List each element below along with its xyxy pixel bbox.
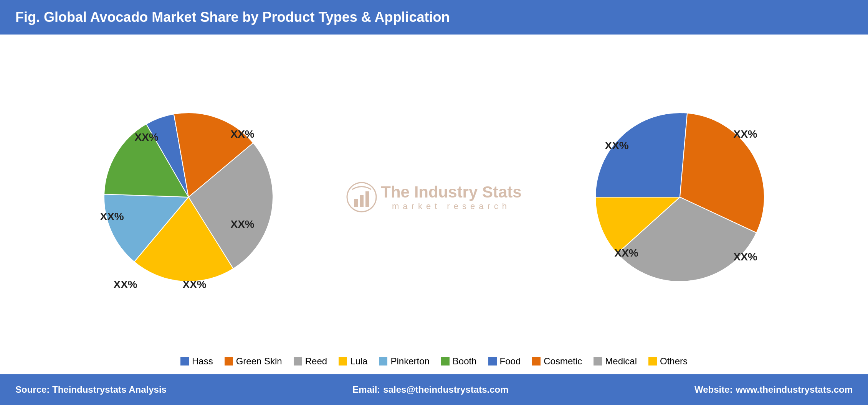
- legend-swatch: [339, 357, 347, 365]
- legend-swatch: [648, 357, 657, 365]
- legend-label: Pinkerton: [390, 356, 429, 367]
- pie-label: XX%: [734, 251, 757, 263]
- legend-swatch: [379, 357, 387, 365]
- watermark-sub: market research: [381, 201, 521, 211]
- pie-label: XX%: [734, 128, 757, 140]
- pie-label: XX%: [231, 218, 255, 230]
- legend: HassGreen SkinReedLulaPinkertonBoothFood…: [15, 352, 853, 370]
- pie-label: XX%: [100, 211, 124, 223]
- legend-item: Others: [648, 356, 688, 367]
- legend-item: Hass: [180, 356, 213, 367]
- footer: Source: Theindustrystats Analysis Email:…: [0, 374, 868, 405]
- svg-rect-1: [354, 199, 358, 207]
- pie-label: XX%: [605, 140, 629, 152]
- watermark-brand: The Industry Stats: [381, 183, 521, 201]
- svg-point-0: [347, 183, 376, 212]
- legend-label: Reed: [305, 356, 327, 367]
- legend-item: Cosmetic: [532, 356, 582, 367]
- legend-label: Green Skin: [236, 356, 282, 367]
- legend-label: Lula: [350, 356, 367, 367]
- legend-item: Booth: [441, 356, 477, 367]
- legend-label: Others: [660, 356, 688, 367]
- legend-label: Booth: [453, 356, 477, 367]
- header: Fig. Global Avocado Market Share by Prod…: [0, 0, 868, 35]
- legend-swatch: [594, 357, 602, 365]
- legend-label: Cosmetic: [544, 356, 582, 367]
- legend-item: Food: [488, 356, 521, 367]
- legend-item: Reed: [294, 356, 327, 367]
- pie-label: XX%: [135, 131, 159, 143]
- footer-email: Email: sales@theindustrystats.com: [352, 384, 508, 395]
- legend-swatch: [180, 357, 189, 365]
- left-chart: XX%XX%XX%XX%XX%XX%: [89, 97, 288, 297]
- right-pie-labels: XX%XX%XX%XX%: [580, 97, 780, 297]
- legend-swatch: [225, 357, 233, 365]
- pie-label: XX%: [183, 278, 207, 291]
- legend-item: Green Skin: [225, 356, 282, 367]
- legend-label: Medical: [605, 356, 637, 367]
- svg-rect-3: [365, 191, 369, 207]
- legend-item: Medical: [594, 356, 637, 367]
- left-pie-labels: XX%XX%XX%XX%XX%XX%: [89, 97, 288, 297]
- footer-source: Source: Theindustrystats Analysis: [15, 384, 167, 395]
- legend-item: Pinkerton: [379, 356, 429, 367]
- legend-swatch: [441, 357, 450, 365]
- svg-rect-2: [360, 195, 364, 207]
- footer-website: Website: www.theindustrystats.com: [694, 384, 853, 395]
- pie-label: XX%: [231, 128, 255, 140]
- header-title: Fig. Global Avocado Market Share by Prod…: [15, 9, 450, 25]
- pie-label: XX%: [615, 247, 638, 259]
- legend-item: Lula: [339, 356, 367, 367]
- legend-swatch: [294, 357, 302, 365]
- legend-swatch: [488, 357, 497, 365]
- legend-label: Food: [500, 356, 521, 367]
- watermark-logo-icon: [346, 182, 377, 212]
- right-chart: XX%XX%XX%XX%: [580, 97, 780, 297]
- pie-label: XX%: [114, 278, 137, 291]
- legend-label: Hass: [192, 356, 213, 367]
- legend-swatch: [532, 357, 541, 365]
